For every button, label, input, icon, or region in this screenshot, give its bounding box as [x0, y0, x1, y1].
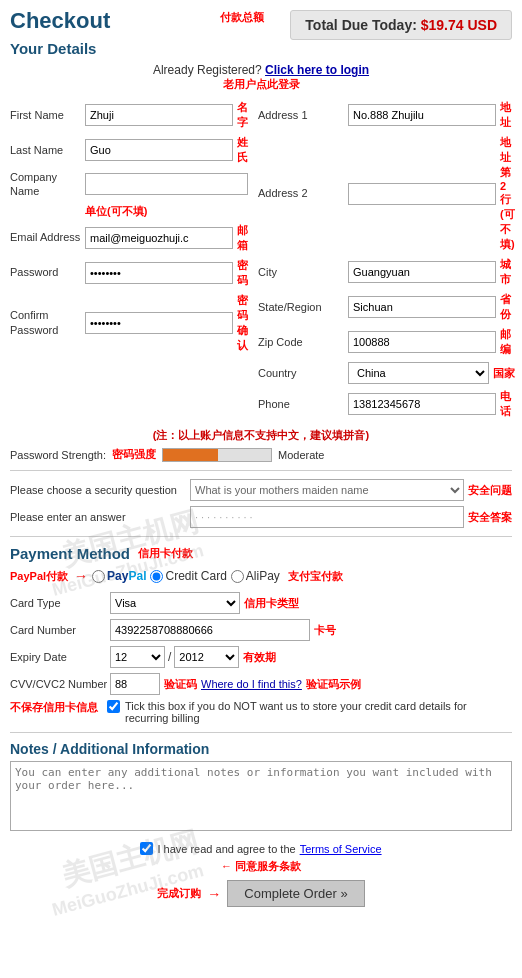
divider-2 [10, 536, 512, 537]
annotation-security-a: 安全答案 [468, 510, 512, 525]
annotation-alipay: 支付宝付款 [288, 569, 343, 584]
expiry-year-select[interactable]: 2012 201320142015 201620172018 [174, 646, 239, 668]
security-answer-row: Please enter an answer 安全答案 [10, 506, 512, 528]
annotation-card-type: 信用卡类型 [244, 596, 299, 611]
address1-row: Address 1 地址 [258, 100, 515, 130]
login-link[interactable]: Click here to login [265, 63, 369, 77]
cvv-find-link[interactable]: Where do I find this? [201, 678, 302, 690]
card-type-row: Card Type Visa MasterCard Amex 信用卡类型 [10, 592, 512, 614]
card-number-row: Card Number 卡号 [10, 619, 512, 641]
credit-label: Credit Card [165, 569, 226, 583]
annotation-firstname: 名字 [237, 100, 248, 130]
address2-input[interactable] [348, 183, 496, 205]
company-row: Company Name [10, 170, 248, 199]
first-name-input[interactable] [85, 104, 233, 126]
payment-options-row: PayPal付款 → PayPal Credit Card AliPay 支付宝… [10, 568, 512, 584]
alipay-radio[interactable] [231, 570, 244, 583]
zip-row: Zip Code 邮编 [258, 327, 515, 357]
annotation-complete: 完成订购 [157, 886, 201, 901]
complete-order-button[interactable]: Complete Order » [227, 880, 364, 907]
city-label: City [258, 265, 348, 279]
payment-title: Payment Method [10, 545, 130, 562]
address2-label: Address 2 [258, 186, 348, 200]
security-answer-label: Please enter an answer [10, 511, 190, 523]
cvv-label: CVV/CVC2 Number [10, 678, 110, 690]
zip-input[interactable] [348, 331, 496, 353]
last-name-label: Last Name [10, 143, 85, 157]
email-row: Email Address 邮箱 [10, 223, 248, 253]
security-answer-input[interactable] [190, 506, 464, 528]
store-card-text: Tick this box if you do NOT want us to s… [125, 700, 512, 724]
paypal-radio[interactable] [92, 570, 105, 583]
total-amount: $19.74 USD [421, 17, 497, 33]
strength-bar-fill [163, 449, 218, 461]
confirm-password-row: Confirm Password 密码确认 [10, 293, 248, 353]
company-input[interactable] [85, 173, 248, 195]
password-input[interactable] [85, 262, 233, 284]
card-number-input[interactable] [110, 619, 310, 641]
address1-input[interactable] [348, 104, 496, 126]
cvv-input[interactable] [110, 673, 160, 695]
complete-section: 完成订购 → Complete Order » [10, 880, 512, 907]
email-label: Email Address [10, 230, 85, 244]
email-input[interactable] [85, 227, 233, 249]
annotation-tos: ← [221, 860, 232, 872]
confirm-password-label: Confirm Password [10, 308, 85, 337]
expiry-month-select[interactable]: 12 01020304 05060708 091011 [110, 646, 165, 668]
country-select[interactable]: China United States [348, 362, 489, 384]
tos-link[interactable]: Terms of Service [300, 843, 382, 855]
right-column: Address 1 地址 Address 2 地址第2行(可不填) City 城… [258, 100, 515, 424]
annotation-confirm: 密码确认 [237, 293, 248, 353]
alipay-label: AliPay [246, 569, 280, 583]
notes-section: Notes / Additional Information [10, 741, 512, 834]
password-label: Password [10, 265, 85, 279]
security-question-label: Please choose a security question [10, 484, 190, 496]
annotation-login: 老用户点此登录 [223, 78, 300, 90]
annotation-address1: 地址 [500, 100, 515, 130]
main-form: First Name 名字 Last Name 姓氏 Company Name … [10, 100, 512, 424]
phone-input[interactable] [348, 393, 496, 415]
password-strength-row: Password Strength: 密码强度 Moderate [10, 447, 512, 462]
country-label: Country [258, 366, 348, 380]
notes-textarea[interactable] [10, 761, 512, 831]
annotation-tos-text: 同意服务条款 [235, 860, 301, 872]
expiry-row: Expiry Date 12 01020304 05060708 091011 … [10, 646, 512, 668]
last-name-row: Last Name 姓氏 [10, 135, 248, 165]
annotation-phone: 电话 [500, 389, 515, 419]
tos-section: I have read and agree to the Terms of Se… [10, 842, 512, 874]
annotation-no-store: 不保存信用卡信息 [10, 700, 98, 715]
divider-1 [10, 470, 512, 471]
city-input[interactable] [348, 261, 496, 283]
card-type-label: Card Type [10, 597, 110, 609]
state-input[interactable] [348, 296, 496, 318]
payment-section: Payment Method 信用卡付款 PayPal付款 → PayPal C… [10, 545, 512, 724]
security-question-select[interactable]: What is your mothers maiden name [190, 479, 464, 501]
company-label: Company Name [10, 170, 85, 199]
annotation-country: 国家 [493, 366, 515, 381]
phone-label: Phone [258, 397, 348, 411]
chinese-note: (注：以上账户信息不支持中文，建议填拼音) [10, 428, 512, 443]
arrow-complete: → [207, 886, 221, 902]
tos-row: I have read and agree to the Terms of Se… [140, 842, 381, 855]
card-type-select[interactable]: Visa MasterCard Amex [110, 592, 240, 614]
paypal-option[interactable]: PayPal [92, 569, 146, 583]
state-row: State/Region 省份 [258, 292, 515, 322]
your-details-title: Your Details [10, 40, 512, 57]
alipay-option[interactable]: AliPay [231, 569, 280, 583]
annotation-zip: 邮编 [500, 327, 515, 357]
country-row: Country China United States 国家 [258, 362, 515, 384]
divider-3 [10, 732, 512, 733]
first-name-row: First Name 名字 [10, 100, 248, 130]
credit-option[interactable]: Credit Card [150, 569, 226, 583]
confirm-password-input[interactable] [85, 312, 233, 334]
credit-radio[interactable] [150, 570, 163, 583]
last-name-input[interactable] [85, 139, 233, 161]
total-label: Total Due Today: [305, 17, 416, 33]
address1-label: Address 1 [258, 108, 348, 122]
tos-text: I have read and agree to the [157, 843, 295, 855]
already-registered-text: Already Registered? [153, 63, 262, 77]
store-card-checkbox[interactable] [107, 700, 120, 713]
annotation-email: 邮箱 [237, 223, 248, 253]
city-row: City 城市 [258, 257, 515, 287]
tos-checkbox[interactable] [140, 842, 153, 855]
